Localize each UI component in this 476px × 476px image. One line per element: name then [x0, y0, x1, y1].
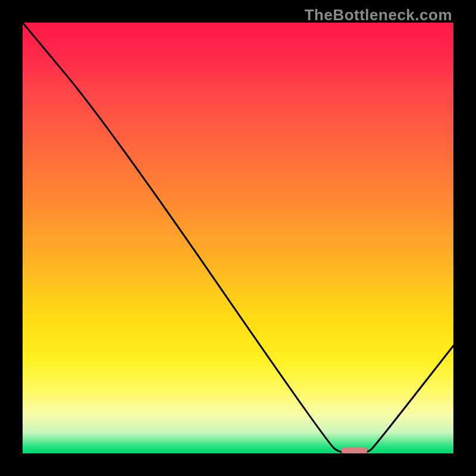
bottleneck-curve — [23, 23, 453, 453]
minimum-marker — [342, 447, 367, 453]
watermark-text: TheBottleneck.com — [305, 6, 452, 24]
plot-area — [23, 23, 453, 453]
chart-frame: TheBottleneck.com — [0, 0, 476, 476]
chart-svg — [23, 23, 453, 453]
bottleneck-line — [23, 23, 453, 453]
minimum-band — [342, 447, 367, 453]
